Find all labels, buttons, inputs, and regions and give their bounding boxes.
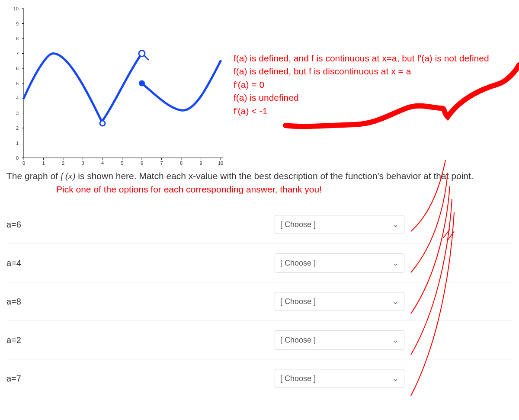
row-label-a7: a=7 [6, 374, 275, 384]
row-label-a2: a=2 [6, 335, 275, 345]
dropdown-a2-text: [ Choose ] [280, 336, 316, 345]
svg-text:7: 7 [16, 51, 19, 56]
svg-text:5: 5 [121, 160, 123, 166]
svg-text:7: 7 [160, 160, 163, 166]
row-a8: a=8 [ Choose ] ⌄ [6, 282, 513, 321]
svg-text:3: 3 [81, 160, 84, 166]
chevron-down-icon: ⌄ [392, 335, 399, 345]
dropdown-a8-text: [ Choose ] [280, 297, 316, 306]
dropdown-a6[interactable]: [ Choose ] ⌄ [275, 215, 404, 234]
svg-text:3: 3 [16, 111, 19, 116]
matching-rows: a=6 [ Choose ] ⌄ a=4 [ Choose ] ⌄ a=8 [ … [0, 205, 519, 398]
chevron-down-icon: ⌄ [392, 297, 399, 306]
svg-text:8: 8 [180, 160, 183, 166]
svg-text:1: 1 [42, 160, 45, 166]
row-a7: a=7 [ Choose ] ⌄ [6, 359, 513, 398]
row-label-a6: a=6 [6, 220, 275, 230]
dropdown-a7[interactable]: [ Choose ] ⌄ [275, 369, 404, 388]
svg-text:10: 10 [13, 6, 19, 11]
svg-text:0: 0 [22, 160, 25, 166]
dropdown-a4[interactable]: [ Choose ] ⌄ [275, 253, 404, 273]
answer-options: f(a) is defined, and f is continuous at … [225, 4, 489, 118]
svg-text:2: 2 [16, 125, 19, 131]
chevron-down-icon: ⌄ [392, 374, 399, 383]
svg-text:9: 9 [16, 21, 19, 26]
row-a2: a=2 [ Choose ] ⌄ [6, 321, 513, 359]
svg-point-46 [100, 121, 105, 126]
svg-text:6: 6 [141, 160, 143, 166]
svg-text:4: 4 [101, 160, 104, 166]
row-label-a8: a=8 [6, 297, 275, 307]
row-label-a4: a=4 [6, 258, 275, 268]
option-1: f(a) is defined, and f is continuous at … [234, 52, 489, 65]
question-text: The graph of f (x) is shown here. Match … [0, 167, 519, 184]
q-function: f (x) [61, 171, 75, 181]
option-4: f(a) is undefined [234, 91, 489, 104]
q-prefix: The graph of [6, 171, 61, 181]
svg-text:9: 9 [199, 160, 202, 166]
svg-text:1: 1 [16, 141, 19, 146]
dropdown-a7-text: [ Choose ] [280, 374, 316, 383]
svg-text:4: 4 [16, 96, 19, 101]
svg-text:6: 6 [16, 66, 19, 71]
row-a4: a=4 [ Choose ] ⌄ [6, 244, 513, 282]
svg-text:10: 10 [218, 160, 223, 166]
sub-instruction: Pick one of the options for each corresp… [0, 184, 519, 195]
row-a6: a=6 [ Choose ] ⌄ [6, 205, 513, 244]
chevron-down-icon: ⌄ [392, 258, 399, 268]
svg-point-49 [139, 80, 145, 87]
dropdown-a4-text: [ Choose ] [280, 259, 316, 268]
svg-text:8: 8 [16, 36, 19, 41]
dropdown-a2[interactable]: [ Choose ] ⌄ [275, 330, 404, 349]
option-5: f'(a) < -1 [234, 105, 489, 118]
svg-text:0: 0 [16, 155, 19, 160]
chevron-down-icon: ⌄ [392, 220, 399, 229]
dropdown-a6-text: [ Choose ] [280, 220, 316, 229]
graph-plot: 0 1 2 3 4 5 6 7 8 9 10 0 1 2 3 4 5 6 [6, 4, 225, 167]
option-2: f(a) is defined, but f is discontinuous … [234, 65, 489, 78]
q-suffix: is shown here. Match each x-value with t… [78, 171, 474, 181]
svg-text:2: 2 [62, 160, 64, 166]
option-3: f'(a) = 0 [234, 78, 489, 91]
svg-line-48 [144, 56, 148, 60]
svg-text:5: 5 [16, 81, 19, 86]
dropdown-a8[interactable]: [ Choose ] ⌄ [275, 292, 404, 311]
